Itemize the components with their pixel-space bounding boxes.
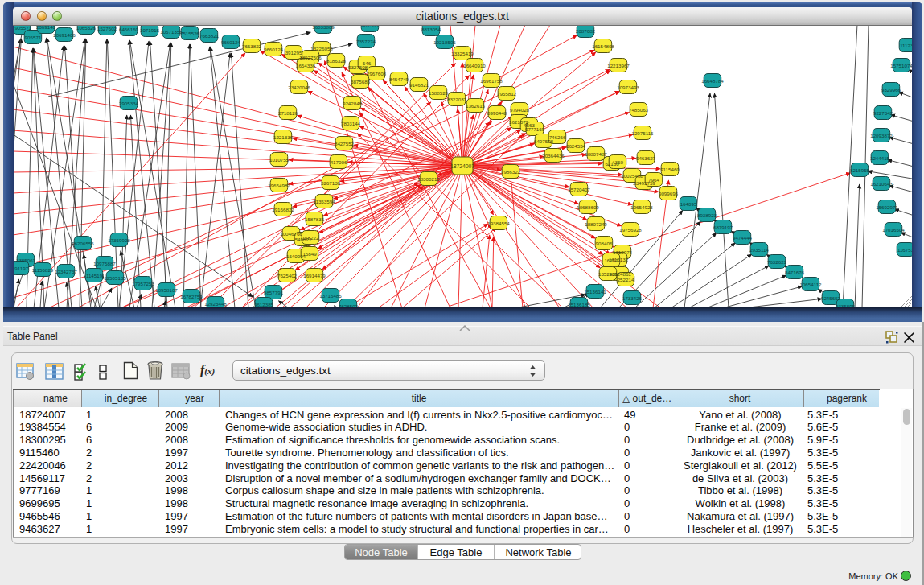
svg-text:8813054: 8813054 <box>421 27 441 32</box>
svg-text:8938923: 8938923 <box>697 212 717 218</box>
svg-text:19166822: 19166822 <box>272 207 294 212</box>
svg-text:1612074: 1612074 <box>613 249 633 255</box>
svg-text:908406: 908406 <box>596 241 613 246</box>
svg-text:116753: 116753 <box>897 247 912 253</box>
svg-text:1244415: 1244415 <box>870 155 890 161</box>
svg-text:7663822: 7663822 <box>242 43 262 49</box>
svg-text:905571: 905571 <box>25 35 42 40</box>
svg-text:9335895: 9335895 <box>836 303 856 308</box>
svg-text:15849: 15849 <box>302 251 317 257</box>
svg-text:8322037: 8322037 <box>447 97 467 102</box>
svg-text:1654336: 1654336 <box>296 63 316 68</box>
svg-text:20364436: 20364436 <box>542 153 565 159</box>
svg-text:18927506: 18927506 <box>299 55 322 60</box>
svg-text:16648784: 16648784 <box>701 78 724 84</box>
svg-text:1733426: 1733426 <box>622 295 643 301</box>
svg-text:3875685: 3875685 <box>351 79 371 84</box>
svg-text:7986322: 7986322 <box>501 169 521 175</box>
svg-text:11156829: 11156829 <box>32 267 54 273</box>
svg-text:1905571: 1905571 <box>14 26 32 31</box>
svg-text:9099695: 9099695 <box>659 191 679 196</box>
svg-text:9857791: 9857791 <box>264 290 284 295</box>
svg-text:1010755: 1010755 <box>269 157 290 163</box>
svg-text:9612385: 9612385 <box>254 302 274 307</box>
svg-text:13226058: 13226058 <box>310 46 333 51</box>
svg-text:7625402: 7625402 <box>277 273 298 278</box>
svg-text:1221336: 1221336 <box>273 134 294 140</box>
svg-text:9115460: 9115460 <box>660 167 680 172</box>
svg-text:12975115: 12975115 <box>631 130 654 136</box>
svg-text:15692971: 15692971 <box>876 204 898 210</box>
svg-text:8454749: 8454749 <box>389 76 409 82</box>
svg-text:9474444: 9474444 <box>733 235 753 241</box>
svg-text:13325419: 13325419 <box>451 51 474 56</box>
svg-text:9146821: 9146821 <box>409 82 429 88</box>
svg-text:20691406: 20691406 <box>53 32 76 38</box>
svg-text:10654112: 10654112 <box>799 282 822 287</box>
svg-text:18807249: 18807249 <box>585 221 607 227</box>
svg-text:7515526: 7515526 <box>180 31 200 36</box>
svg-text:1527602: 1527602 <box>97 26 117 31</box>
svg-text:7803144: 7803144 <box>341 121 361 126</box>
svg-text:881305: 881305 <box>362 26 379 28</box>
svg-text:9463627: 9463627 <box>636 155 656 161</box>
svg-text:9227342: 9227342 <box>873 110 893 116</box>
svg-text:391295: 391295 <box>285 50 302 56</box>
svg-text:111236: 111236 <box>900 43 912 48</box>
svg-text:9242848: 9242848 <box>343 101 363 106</box>
svg-text:15136185: 15136185 <box>568 302 590 307</box>
svg-text:11353594: 11353594 <box>313 199 335 204</box>
svg-text:8990448: 8990448 <box>487 110 507 116</box>
svg-text:18724007: 18724007 <box>450 163 474 169</box>
svg-text:10046766: 10046766 <box>280 231 302 237</box>
svg-text:2069140: 2069140 <box>36 26 56 30</box>
svg-text:7663821: 7663821 <box>199 33 220 39</box>
svg-text:9660124: 9660124 <box>264 47 284 52</box>
svg-text:15136141: 15136141 <box>584 289 606 295</box>
svg-text:158222: 158222 <box>302 235 319 241</box>
svg-text:546: 546 <box>363 60 372 66</box>
svg-text:10807487: 10807487 <box>585 151 607 157</box>
svg-text:7628502: 7628502 <box>339 303 359 308</box>
svg-text:19384554: 19384554 <box>487 220 510 226</box>
svg-text:17957253: 17957253 <box>132 281 154 286</box>
svg-text:19756928: 19756928 <box>619 227 642 233</box>
svg-text:8186328: 8186328 <box>326 58 347 64</box>
svg-text:17359928: 17359928 <box>108 237 130 243</box>
svg-text:7485063: 7485063 <box>629 107 649 113</box>
svg-text:8215955: 8215955 <box>850 167 870 173</box>
svg-text:2718126: 2718126 <box>278 110 298 116</box>
svg-text:16961758: 16961758 <box>480 78 503 84</box>
svg-text:19654982: 19654982 <box>268 183 290 188</box>
svg-text:23420046: 23420046 <box>288 84 310 90</box>
svg-text:10975887: 10975887 <box>93 261 116 266</box>
svg-text:6879197: 6879197 <box>713 225 733 230</box>
svg-text:10025488: 10025488 <box>621 173 643 179</box>
svg-text:16640910: 16640910 <box>463 63 486 68</box>
svg-text:8471676: 8471676 <box>785 270 805 275</box>
svg-text:1362615: 1362615 <box>466 103 486 109</box>
svg-text:1071915: 1071915 <box>140 27 160 33</box>
svg-text:12342737: 12342737 <box>55 269 77 274</box>
svg-text:9329966: 9329966 <box>881 87 901 93</box>
svg-text:10688609: 10688609 <box>577 204 599 210</box>
svg-text:164095: 164095 <box>680 201 697 207</box>
svg-text:9794028: 9794028 <box>510 107 530 113</box>
svg-text:1587834: 1587834 <box>305 216 325 222</box>
svg-text:15720407: 15720407 <box>568 187 590 192</box>
svg-text:2967608: 2967608 <box>367 71 387 76</box>
svg-text:16151: 16151 <box>604 257 618 263</box>
svg-text:114519: 114519 <box>86 273 103 278</box>
svg-text:2935114: 2935114 <box>749 247 769 253</box>
svg-text:3267130: 3267130 <box>321 180 341 186</box>
svg-text:417006: 417006 <box>331 159 347 165</box>
svg-text:9660124: 9660124 <box>221 39 241 45</box>
svg-text:2905334: 2905334 <box>119 101 139 106</box>
svg-text:1352486: 1352486 <box>598 271 618 277</box>
svg-text:12093872: 12093872 <box>870 133 893 138</box>
svg-text:16914479: 16914479 <box>303 273 326 278</box>
svg-text:1588520: 1588520 <box>429 90 449 96</box>
svg-text:15751074: 15751074 <box>890 63 912 68</box>
svg-text:9245652: 9245652 <box>821 295 841 301</box>
svg-text:746266: 746266 <box>549 134 566 140</box>
